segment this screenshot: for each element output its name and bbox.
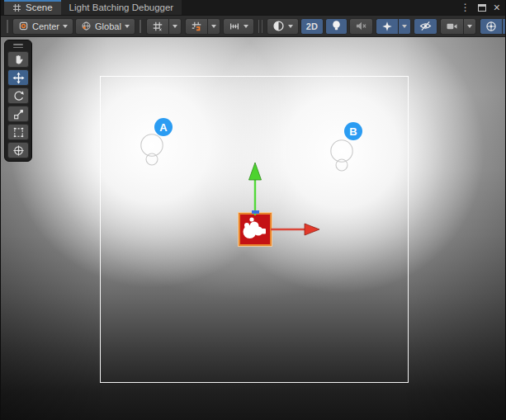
chevron-down-icon [211,25,216,28]
2d-mode-toggle[interactable]: 2D [300,18,324,35]
effects-toggle[interactable] [376,18,398,35]
audio-toggle[interactable] [349,18,373,35]
chevron-down-icon [63,25,68,28]
scale-icon [12,108,25,120]
audio-muted-icon [355,21,367,31]
orientation-label: Global [95,21,121,31]
grid-snapping-button[interactable] [185,18,207,35]
chevron-down-icon [467,25,472,28]
shading-mode-dropdown[interactable] [267,18,299,35]
camera-settings-dropdown[interactable] [463,18,476,35]
snap-increment-dropdown[interactable] [223,18,254,35]
shaded-sphere-icon [272,20,285,32]
chevron-down-icon [402,25,407,28]
light-a-label: A [159,121,167,134]
2d-label: 2D [306,21,318,31]
rotate-icon [12,90,25,102]
lightbulb-icon [331,20,342,32]
gizmo-wheel-icon [485,21,497,32]
toolbar-grip[interactable] [7,20,8,33]
tab-bar: Scene Light Batching Debugger ⋮ × [1,0,505,16]
tool-move-button[interactable] [7,69,29,86]
light-a-badge: A [154,118,173,136]
move-icon [12,72,25,84]
chevron-down-icon [288,25,293,28]
grid-snap-icon [191,21,202,32]
tool-rotate-button[interactable] [7,87,29,104]
tab-scene-label: Scene [26,2,53,12]
camera-icon [446,21,458,31]
grid-icon [152,21,163,32]
grid-visibility-dropdown[interactable] [168,18,182,35]
hidden-objects-toggle[interactable] [414,18,437,35]
pivot-label: Center [32,21,59,31]
light-b-badge: B [344,122,362,140]
window-menu-icon[interactable]: ⋮ [461,2,471,12]
pivot-icon [18,21,29,31]
tool-transform-button[interactable] [7,142,29,158]
toolbar-right-cluster: 2D [255,18,506,35]
selected-sprite[interactable] [239,213,272,246]
orientation-dropdown[interactable]: Global [75,18,135,35]
snap-increment-icon [229,21,240,32]
tools-overlay-handle[interactable] [7,43,29,49]
transform-icon [12,144,25,157]
chevron-down-icon [125,25,130,28]
light-b-gizmo[interactable] [329,139,354,173]
grid-visibility-button[interactable] [146,18,168,35]
close-icon[interactable]: × [494,2,500,13]
camera-settings-button[interactable] [440,18,463,35]
effects-icon [381,21,393,32]
grid-snapping-dropdown[interactable] [207,18,220,35]
tab-scene[interactable]: Scene [4,0,61,15]
tool-scale-button[interactable] [7,106,29,122]
window-controls: ⋮ × [461,0,505,15]
globe-icon [81,21,92,31]
sprite-graphic [240,215,270,244]
eye-slash-icon [419,21,432,31]
maximize-icon[interactable] [478,4,486,12]
light-b-label: B [349,125,357,138]
chevron-down-icon [173,25,177,28]
scene-lighting-toggle[interactable] [325,18,348,35]
chevron-down-icon [244,25,248,28]
component-tools-dropdown[interactable] [502,18,506,35]
effects-dropdown[interactable] [398,18,411,35]
scene-toolbar: Center Global [1,16,505,37]
toolbar-grip[interactable] [140,20,141,33]
tab-light-batching-debugger[interactable]: Light Batching Debugger [61,0,182,15]
scene-window: Scene Light Batching Debugger ⋮ × Center… [0,0,506,420]
hand-icon [12,54,25,66]
light-a-gizmo[interactable] [140,133,164,168]
component-tools-toggle[interactable] [480,18,502,35]
tools-overlay [4,40,32,162]
rect-tool-icon [12,126,25,139]
pivot-mode-dropdown[interactable]: Center [12,18,73,35]
toolbar-grip[interactable] [258,20,262,33]
tab-lbd-label: Light Batching Debugger [69,2,174,12]
tool-hand-button[interactable] [7,51,29,68]
scene-viewport[interactable]: A B [1,37,506,420]
tool-rect-button[interactable] [7,124,29,140]
grid-hash-icon [12,3,21,12]
